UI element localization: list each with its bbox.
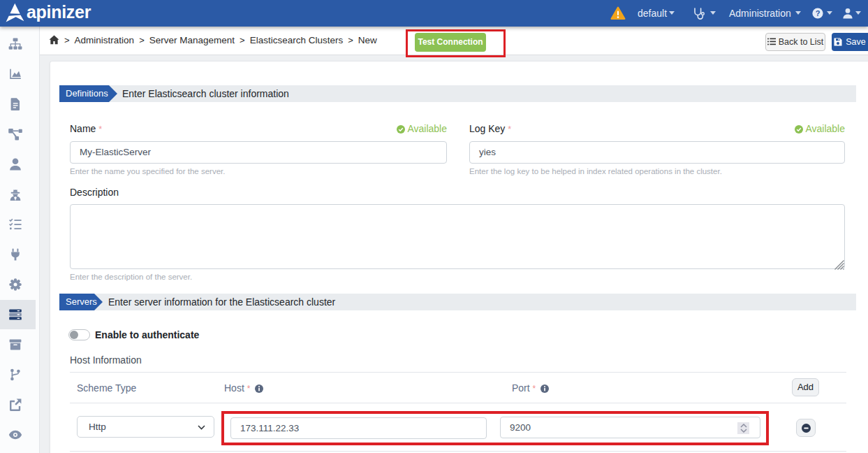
svg-text:?: ? <box>816 9 821 17</box>
